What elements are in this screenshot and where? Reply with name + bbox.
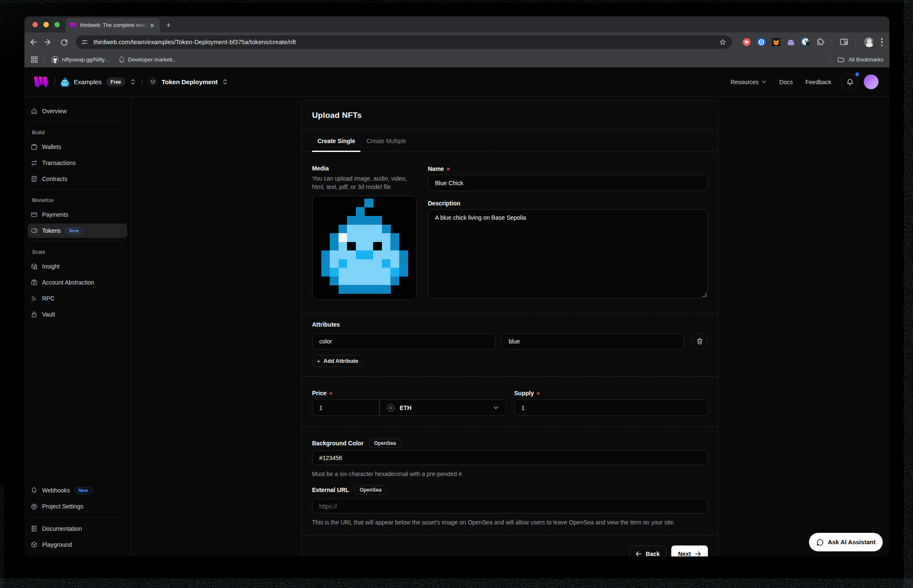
extension-clock-lock-icon[interactable] (801, 37, 810, 47)
side-panel-search-icon[interactable] (839, 37, 849, 47)
external-url-placeholder: https:// (319, 503, 337, 510)
zoom-window-button[interactable] (54, 22, 60, 27)
card-tabs: Create Single Create Multiple (302, 130, 718, 152)
extension-record-icon[interactable] (757, 37, 766, 47)
droplet-favicon-icon (118, 56, 125, 64)
team-switcher-icon[interactable] (130, 78, 136, 85)
team-name[interactable]: Examples (74, 78, 101, 85)
supply-input[interactable]: 1 (514, 399, 709, 416)
sidebar-item-documentation[interactable]: Documentation (28, 521, 127, 536)
resources-menu[interactable]: Resources (731, 79, 767, 85)
bookmark-star-icon[interactable] (718, 38, 727, 46)
project-switcher-icon[interactable] (222, 78, 228, 85)
sidebar-item-webhooks[interactable]: Webhooks New (28, 483, 127, 498)
all-bookmarks-label[interactable]: All Bookmarks (849, 56, 884, 63)
insight-cube-icon (31, 263, 37, 270)
apps-grid-icon[interactable] (30, 56, 38, 64)
browser-tab[interactable]: thirdweb: The complete web3 ✕ (66, 18, 160, 32)
chat-bubble-icon (816, 538, 824, 546)
docs-link[interactable]: Docs (780, 79, 793, 85)
url-bar[interactable]: thirdweb.com/team/examples/Token-Deploym… (76, 35, 732, 49)
forward-button[interactable] (42, 36, 54, 48)
new-tab-button[interactable]: + (163, 20, 174, 30)
add-attribute-button[interactable]: + Add Attribute (312, 355, 363, 367)
media-upload-preview[interactable] (312, 196, 416, 300)
traffic-lights (32, 22, 60, 27)
feedback-link[interactable]: Feedback (806, 79, 831, 85)
chevron-down-icon (493, 404, 499, 411)
name-input[interactable]: Blue Chick (428, 175, 708, 191)
tab-create-multiple[interactable]: Create Multiple (361, 130, 411, 152)
extension-fox-icon[interactable] (772, 37, 781, 47)
thirdweb-logo[interactable] (34, 76, 48, 88)
bell-icon (846, 78, 854, 86)
back-button[interactable] (27, 36, 39, 48)
bookmark-favicon (118, 56, 125, 64)
contract-file-icon (31, 176, 37, 182)
next-step-button[interactable]: Next (671, 545, 708, 556)
icon-glyph (31, 503, 37, 510)
playground-cube-icon (31, 541, 37, 548)
chevron-down-glyph (761, 79, 767, 85)
bookmarks-separator (830, 56, 830, 64)
minimize-window-button[interactable] (43, 22, 49, 27)
sidebar-item-playground[interactable]: Playground (28, 537, 127, 552)
reload-button[interactable] (58, 36, 70, 48)
close-window-button[interactable] (32, 22, 38, 27)
currency-select[interactable]: ETH (379, 399, 506, 416)
sidebar-item-insight[interactable]: Insight (28, 259, 127, 274)
breadcrumb-team[interactable]: Examples Free (61, 77, 136, 87)
next-label: Next (678, 551, 691, 556)
price-input[interactable]: 1 (312, 399, 379, 416)
user-avatar[interactable] (864, 74, 878, 89)
description-textarea[interactable]: A blue chick living on Base Sepolia (428, 209, 708, 298)
back-step-button[interactable]: Back (629, 545, 666, 556)
url-text[interactable]: thirdweb.com/team/examples/Token-Deploym… (93, 39, 718, 45)
bookmark-item-niftyswap[interactable]: niftyswap.gg/Nifty... (51, 56, 109, 64)
extensions-puzzle-icon[interactable] (816, 37, 825, 47)
sidebar-spacer (28, 322, 127, 482)
webhook-bell-icon (31, 487, 37, 494)
github-logo-icon (51, 56, 59, 64)
lock-icon (31, 311, 37, 318)
extension-sider-icon[interactable] (742, 37, 751, 47)
sidebar-item-rpc[interactable]: RPC (28, 291, 127, 306)
sidebar-item-wallets[interactable]: Wallets (28, 140, 127, 154)
site-settings-icon[interactable] (81, 38, 88, 46)
sidebar-item-overview[interactable]: Overview (28, 104, 127, 118)
project-name[interactable]: Token Deployment (162, 78, 218, 85)
breadcrumb-project[interactable]: Token Deployment (148, 77, 228, 87)
background-color-input[interactable]: #123456 (312, 450, 708, 465)
sidebar-item-transactions[interactable]: Transactions (28, 156, 127, 170)
credit-card-icon (31, 211, 37, 218)
sidebar-item-vault[interactable]: Vault (28, 307, 127, 322)
external-url-input[interactable]: https:// (312, 499, 708, 514)
sidebar-group-label: Scale (28, 249, 127, 255)
tab-create-single[interactable]: Create Single (312, 130, 360, 152)
tab-title: thirdweb: The complete web3 (80, 22, 149, 28)
bookmarks-separator (44, 56, 45, 64)
sidebar-item-payments[interactable]: Payments (28, 208, 127, 222)
sidebar-item-account-abstraction[interactable]: Account Abstraction (28, 275, 127, 290)
sidebar-item-project-settings[interactable]: Project Settings (28, 499, 127, 514)
notifications-button[interactable] (841, 74, 858, 90)
ask-ai-assistant-button[interactable]: Ask AI Assistant (809, 533, 883, 551)
cube-icon (150, 79, 155, 85)
background-color-help: Must be a six-character hexadecimal with… (312, 471, 708, 477)
icon-glyph (31, 525, 37, 532)
attributes-section: Attributes color blue + (302, 314, 718, 377)
browser-profile-avatar[interactable] (864, 37, 875, 48)
tab-close-icon[interactable]: ✕ (149, 22, 155, 29)
resize-handle[interactable] (702, 293, 706, 297)
delete-attribute-button[interactable] (691, 333, 708, 349)
opensea-section: Background Color OpenSea #123456 Must be… (302, 427, 718, 535)
sidebar-item-tokens[interactable]: Tokens New (28, 223, 127, 238)
browser-menu-icon[interactable] (881, 38, 883, 46)
attribute-value-input[interactable]: blue (502, 333, 684, 349)
github-icon (51, 56, 59, 64)
attributes-label: Attributes (312, 321, 708, 328)
bookmark-item-developer[interactable]: Developer marketi... (118, 56, 177, 64)
extension-phantom-icon[interactable] (786, 37, 796, 47)
sidebar-item-contracts[interactable]: Contracts (28, 172, 127, 186)
attribute-name-input[interactable]: color (312, 333, 496, 349)
